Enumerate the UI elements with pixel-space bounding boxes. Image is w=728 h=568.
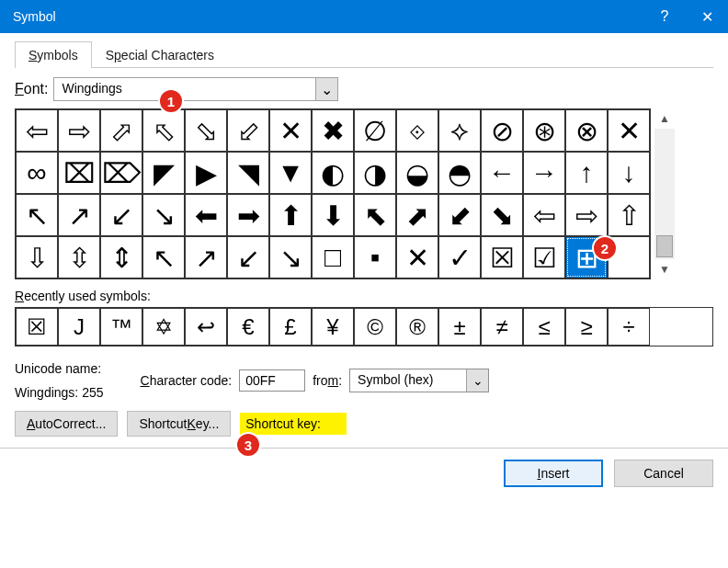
annotation-badge-2: 2: [592, 235, 618, 261]
symbol-cell[interactable]: ⇧: [608, 194, 650, 236]
recent-cell[interactable]: ☒: [16, 308, 58, 346]
symbol-cell[interactable]: ⌦: [100, 152, 142, 194]
symbol-cell[interactable]: ⬀: [100, 109, 142, 152]
annotation-badge-1: 1: [158, 88, 184, 114]
symbol-cell[interactable]: ➡: [227, 194, 269, 236]
font-select[interactable]: Wingdings ⌄: [53, 77, 338, 101]
recent-cell[interactable]: ↩: [185, 308, 227, 346]
symbol-cell[interactable]: ⇕: [100, 236, 142, 278]
recent-cell[interactable]: ©: [354, 308, 396, 346]
symbol-cell[interactable]: ⬂: [185, 109, 227, 152]
symbol-cell[interactable]: ⇦: [523, 194, 565, 236]
symbol-cell[interactable]: ◑: [354, 152, 396, 194]
symbol-cell[interactable]: ⇨: [565, 194, 608, 236]
symbol-cell[interactable]: ✕: [269, 109, 312, 152]
chevron-down-icon[interactable]: ▼: [654, 259, 675, 279]
symbol-cell[interactable]: ↑: [565, 152, 608, 194]
symbol-cell[interactable]: ↓: [608, 152, 650, 194]
symbol-cell[interactable]: ▶: [185, 152, 227, 194]
recent-cell[interactable]: £: [269, 308, 312, 346]
help-button[interactable]: ?: [643, 0, 686, 33]
symbol-cell[interactable]: ⬊: [481, 194, 523, 236]
symbol-cell[interactable]: ∅: [354, 109, 396, 152]
symbol-cell[interactable]: ⊘: [481, 109, 523, 152]
shortcut-key-button[interactable]: Shortcut Key...: [127, 411, 231, 437]
symbol-cell[interactable]: ⬉: [354, 194, 396, 236]
symbol-cell[interactable]: ↘: [142, 194, 185, 236]
recent-cell[interactable]: ™: [100, 308, 142, 346]
recent-cell[interactable]: ≠: [481, 308, 523, 346]
recent-cell[interactable]: ≤: [523, 308, 565, 346]
symbol-cell[interactable]: ⬋: [438, 194, 481, 236]
recent-cell[interactable]: J: [58, 308, 100, 346]
from-select[interactable]: Symbol (hex) ⌄: [349, 369, 489, 392]
meta-row: Unicode name: Wingdings: 255 Character c…: [15, 361, 713, 400]
symbol-cell[interactable]: ⟐: [396, 109, 438, 152]
symbol-cell[interactable]: ☒: [481, 236, 523, 278]
recent-cell[interactable]: ÷: [608, 308, 650, 346]
symbol-cell[interactable]: ⬈: [396, 194, 438, 236]
symbol-cell[interactable]: ↘: [269, 236, 312, 278]
grid-scrollbar[interactable]: ▲ ▼: [654, 108, 675, 279]
symbol-cell[interactable]: ◐: [312, 152, 354, 194]
font-label: Font:: [15, 81, 48, 97]
symbol-cell[interactable]: ✕: [608, 109, 650, 152]
annotation-badge-3: 3: [235, 432, 261, 458]
scroll-track[interactable]: [654, 129, 675, 259]
symbol-cell[interactable]: ⬇: [312, 194, 354, 236]
symbol-cell[interactable]: ⬆: [269, 194, 312, 236]
chevron-down-icon[interactable]: ⌄: [466, 369, 488, 392]
symbol-cell[interactable]: ⬃: [227, 109, 269, 152]
symbol-cell[interactable]: ⬅: [185, 194, 227, 236]
font-row: Font: Wingdings ⌄: [15, 77, 713, 101]
recent-cell[interactable]: €: [227, 308, 269, 346]
symbol-cell[interactable]: ⟡: [438, 109, 481, 152]
recent-cell[interactable]: ®: [396, 308, 438, 346]
close-button[interactable]: ✕: [686, 0, 728, 33]
symbol-cell[interactable]: ⊗: [565, 109, 608, 152]
symbol-cell[interactable]: ↗: [185, 236, 227, 278]
chevron-down-icon[interactable]: ⌄: [315, 78, 337, 100]
symbol-cell[interactable]: ✕: [396, 236, 438, 278]
insert-button[interactable]: Insert: [504, 460, 603, 487]
symbol-cell[interactable]: ↙: [100, 194, 142, 236]
recent-cell[interactable]: ±: [438, 308, 481, 346]
symbol-cell[interactable]: ✓: [438, 236, 481, 278]
chevron-up-icon[interactable]: ▲: [654, 108, 675, 129]
charcode-input[interactable]: [239, 369, 305, 392]
symbol-cell[interactable]: ↗: [58, 194, 100, 236]
recent-cell[interactable]: ≥: [565, 308, 608, 346]
symbol-cell[interactable]: ◒: [396, 152, 438, 194]
symbol-cell[interactable]: ⊛: [523, 109, 565, 152]
recent-cell[interactable]: ¥: [312, 308, 354, 346]
symbol-cell[interactable]: ☑: [523, 236, 565, 278]
symbol-cell[interactable]: →: [523, 152, 565, 194]
symbol-cell[interactable]: ✖: [312, 109, 354, 152]
autocorrect-button[interactable]: AutoCorrect...: [15, 411, 118, 437]
cancel-button[interactable]: Cancel: [614, 460, 713, 487]
symbol-cell[interactable]: ↙: [227, 236, 269, 278]
symbol-cell[interactable]: ⇨: [58, 109, 100, 152]
symbol-cell[interactable]: ⇳: [58, 236, 100, 278]
font-value: Wingdings: [54, 78, 315, 100]
symbol-cell[interactable]: ⌧: [58, 152, 100, 194]
recent-cell[interactable]: ✡: [142, 308, 185, 346]
symbol-cell[interactable]: □: [312, 236, 354, 278]
tab-strip: Symbols Special Characters: [15, 40, 713, 68]
symbol-cell[interactable]: ◓: [438, 152, 481, 194]
symbol-cell[interactable]: ∞: [16, 152, 58, 194]
symbol-cell[interactable]: ⇦: [16, 109, 58, 152]
symbol-cell[interactable]: ◤: [142, 152, 185, 194]
symbol-cell[interactable]: ▪: [354, 236, 396, 278]
tab-special-characters[interactable]: Special Characters: [92, 41, 228, 68]
symbol-cell[interactable]: ▼: [269, 152, 312, 194]
symbol-cell[interactable]: ⇩: [16, 236, 58, 278]
symbol-cell[interactable]: ↖: [16, 194, 58, 236]
symbol-cell[interactable]: ⬁: [142, 109, 185, 152]
symbol-cell[interactable]: ◥: [227, 152, 269, 194]
tab-symbols[interactable]: Symbols: [15, 41, 92, 68]
symbol-cell[interactable]: ↖: [142, 236, 185, 278]
scroll-thumb[interactable]: [656, 235, 673, 257]
charcode-row: Character code: from: Symbol (hex) ⌄: [141, 361, 490, 400]
symbol-cell[interactable]: ←: [481, 152, 523, 194]
